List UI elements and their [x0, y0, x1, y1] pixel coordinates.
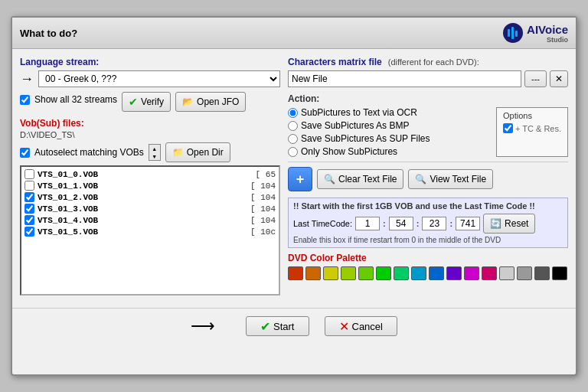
file-buttons-row: + 🔍 Clear Text File 🔍 View Text File: [288, 167, 568, 191]
color-swatch-0[interactable]: [288, 266, 303, 280]
radio-ocr-label: SubPictures to Text via OCR: [301, 107, 417, 118]
tc-ms-input[interactable]: [456, 217, 480, 230]
autoselect-row: Autoselect matching VOBs ▲ ▼ 📁 Open Dir: [20, 142, 280, 162]
vob-check-4[interactable]: [24, 215, 34, 225]
spinner[interactable]: ▲ ▼: [149, 144, 161, 161]
color-swatch-4[interactable]: [358, 266, 374, 280]
left-panel: Language stream: → 00 - Greek 0, ??? Sho…: [20, 57, 280, 296]
tc-sep-3: :: [449, 219, 452, 228]
svg-rect-1: [508, 29, 510, 37]
radio-bmp-label: Save SubPictures As BMP: [301, 120, 409, 131]
view-text-button[interactable]: 🔍 View Text File: [408, 169, 493, 189]
color-swatch-13[interactable]: [517, 266, 532, 280]
long-arrow-icon: ⟶: [191, 316, 215, 336]
open-dir-button[interactable]: 📁 Open Dir: [165, 142, 230, 162]
chars-matrix-input[interactable]: [288, 70, 521, 87]
color-swatch-3[interactable]: [341, 266, 356, 280]
vob-list: VTS_01_0.VOB [ 65 VTS_01_1.VOB [ 104 VTS…: [20, 165, 280, 296]
tc-row: Last TimeCode: : : : 🔄 Reset: [293, 214, 563, 234]
chars-matrix-sub: (different for each DVD):: [388, 57, 479, 67]
chars-clear-button[interactable]: ✕: [550, 70, 568, 87]
cancel-button[interactable]: ✕ Cancel: [325, 316, 397, 336]
show-streams-checkbox[interactable]: [20, 95, 30, 105]
options-title: Options: [503, 111, 561, 120]
options-box: Options + TC & Res.: [496, 107, 568, 157]
radio-bmp[interactable]: [288, 121, 298, 131]
view-text-label: View Text File: [430, 174, 486, 185]
vob-check-3[interactable]: [24, 204, 34, 214]
vob-size-2: [ 104: [250, 193, 276, 202]
tc-res-label: + TC & Res.: [515, 124, 561, 133]
tc-note: Enable this box if time restart from 0 i…: [293, 236, 563, 244]
color-swatch-5[interactable]: [376, 266, 391, 280]
reset-button[interactable]: 🔄 Reset: [483, 214, 535, 234]
language-label: Language stream:: [20, 57, 280, 67]
logo-icon: [502, 22, 524, 44]
color-swatch-10[interactable]: [464, 266, 479, 280]
open-jfo-button[interactable]: 📂 Open JFO: [175, 92, 246, 112]
list-item: VTS_01_2.VOB [ 104: [23, 191, 277, 203]
logo-sub: Studio: [527, 36, 568, 44]
radio-show[interactable]: [288, 147, 298, 157]
language-select[interactable]: 00 - Greek 0, ???: [38, 70, 280, 87]
cancel-label: Cancel: [352, 321, 383, 332]
tc-min-input[interactable]: [389, 217, 413, 230]
action-label: Action:: [288, 93, 568, 104]
tc-sep-1: :: [383, 219, 386, 228]
color-swatch-11[interactable]: [482, 266, 497, 280]
autoselect-checkbox[interactable]: [20, 148, 30, 158]
open-jfo-label: Open JFO: [197, 96, 239, 107]
clear-icon: 🔍: [324, 174, 335, 185]
color-swatch-15[interactable]: [552, 266, 567, 280]
main-content: Language stream: → 00 - Greek 0, ??? Sho…: [12, 49, 576, 303]
radio-ocr[interactable]: [288, 108, 298, 118]
vob-name-0: VTS_01_0.VOB: [38, 170, 253, 179]
vob-check-5[interactable]: [24, 227, 34, 237]
top-buttons-row: Show all 32 streams ✔ Verify 📂 Open JFO: [20, 92, 280, 112]
action-radio-2: Save SubPictures As SUP Files: [288, 133, 488, 144]
arrow-indicator: ⟶: [191, 316, 215, 336]
language-row: → 00 - Greek 0, ???: [20, 70, 280, 87]
list-item: VTS_01_3.VOB [ 104: [23, 203, 277, 214]
show-streams-row: Show all 32 streams: [20, 94, 117, 105]
verify-button[interactable]: ✔ Verify: [122, 92, 171, 112]
list-item: VTS_01_4.VOB [ 104: [23, 214, 277, 226]
dvd-palette-label: DVD Color Palette: [288, 253, 568, 263]
right-panel: Characters matrix file (different for ea…: [288, 57, 568, 296]
vob-check-2[interactable]: [24, 192, 34, 202]
color-swatch-12[interactable]: [499, 266, 514, 280]
vob-name-1: VTS_01_1.VOB: [38, 181, 247, 191]
chars-dash-button[interactable]: ---: [524, 70, 547, 87]
spin-up-button[interactable]: ▲: [149, 145, 160, 152]
action-radios: SubPictures to Text via OCR Save SubPict…: [288, 107, 488, 157]
color-swatch-6[interactable]: [394, 266, 409, 280]
color-swatch-8[interactable]: [429, 266, 444, 280]
add-button[interactable]: +: [288, 167, 312, 191]
color-swatch-14[interactable]: [534, 266, 550, 280]
color-swatch-2[interactable]: [323, 266, 338, 280]
tc-sec-input[interactable]: [422, 217, 446, 230]
vob-check-0[interactable]: [24, 169, 34, 179]
svg-rect-3: [515, 31, 518, 37]
start-button[interactable]: ✔ Start: [246, 316, 309, 336]
vob-path: D:\VIDEO_TS\: [20, 130, 280, 139]
color-swatch-9[interactable]: [446, 266, 462, 280]
show-streams-label: Show all 32 streams: [34, 94, 117, 105]
vob-size-5: [ 10c: [250, 227, 276, 237]
color-swatch-7[interactable]: [411, 266, 426, 280]
clear-text-button[interactable]: 🔍 Clear Text File: [317, 169, 403, 189]
color-swatch-1[interactable]: [305, 266, 321, 280]
vob-check-1[interactable]: [24, 181, 34, 191]
reset-label: Reset: [505, 218, 528, 229]
logo-text: AIVoice: [527, 23, 568, 36]
vob-size-4: [ 104: [250, 216, 276, 225]
vob-name-3: VTS_01_3.VOB: [38, 204, 247, 214]
spin-down-button[interactable]: ▼: [149, 152, 160, 160]
tc-hour-input[interactable]: [355, 217, 380, 230]
radio-sup-label: Save SubPictures As SUP Files: [301, 133, 430, 144]
tc-res-checkbox[interactable]: [503, 123, 513, 133]
arrow-icon: →: [20, 71, 34, 87]
list-item: VTS_01_0.VOB [ 65: [23, 168, 277, 180]
radio-sup[interactable]: [288, 134, 298, 144]
options-check-row: + TC & Res.: [503, 123, 561, 133]
